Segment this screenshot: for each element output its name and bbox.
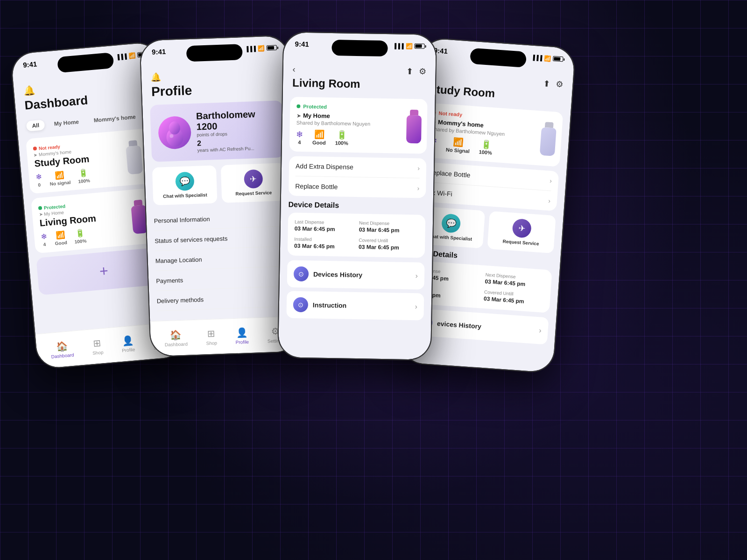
stat-signal-icon-study: 📶 [55,170,65,180]
service-icon: ✈ [244,169,263,189]
living-signal-val: Good [312,140,326,145]
battery-icon-2 [267,45,277,51]
stat-signal-val-living: Good [55,240,67,246]
back-button-3[interactable]: ‹ [293,64,296,74]
action-add-dispense-chevron: › [417,164,420,172]
study-service-btn[interactable]: ✈ Request Service [487,211,556,253]
study-detail-3: Covered Untill 03 Mar 6:45 pm [484,289,544,306]
tab-myhome[interactable]: My Home [48,116,85,130]
location-icon-study: ➤ [34,152,38,158]
living-status: Protected [296,104,421,112]
study-history-chevron: › [539,326,542,335]
detail-installed: Installed 03 Mar 6:45 pm [294,237,354,250]
nav-profile-label-1: Profile [122,347,135,353]
wifi-icon-3: 📶 [406,42,413,49]
chat-specialist-btn[interactable]: 💬 Chat with Specialist [152,165,218,205]
nav-profile-2[interactable]: 👤 Profile [235,327,249,345]
profile-menu: Personal Information › Status of service… [146,206,297,311]
status-text-living: Protected [44,203,66,210]
nav-profile-icon-1: 👤 [121,335,134,347]
profile-header: 🔔 Profile [141,64,290,105]
living-stat-ac: ❄ 4 [296,129,303,145]
profile-avatar [158,116,191,149]
nav-dashboard-2[interactable]: 🏠 Dashboard [164,329,188,348]
stat-signal-val-study: No signal [49,180,71,187]
living-battery-icon: 🔋 [335,130,349,140]
stat-battery-living: 🔋 100% [73,229,86,245]
tab-mommyhome[interactable]: Mommy's home [88,111,142,126]
action-wifi-chevron: › [548,197,551,204]
bottle-body-study [126,146,143,175]
nav-dashboard-icon-1: 🏠 [56,340,68,352]
location-icon-living: ➤ [39,211,43,217]
devices-history-btn[interactable]: ⊙ Devices History › [287,260,425,289]
nav-shop-icon-1: ⊞ [92,337,101,349]
stat-ac-val-living: 4 [43,242,46,247]
share-icon-3[interactable]: ⬆ [406,66,413,77]
action-replace-bottle-label: Replace Bottle [295,182,338,191]
study-info-card: Not ready ➤ Mommy's home Shared by Barth… [423,103,563,167]
living-title: Living Room [292,77,426,92]
stat-ac-living: ❄ 4 [41,232,48,247]
nav-shop-label-2: Shop [206,340,217,346]
detail-last-val: 03 Mar 6:45 pm [295,225,354,233]
phone-living-screen: 9:41 ▐▐▐ 📶 ‹ ⬆ ⚙ Living Room [278,32,436,360]
status-dot-study [33,147,37,151]
study-battery-icon: 🔋 [479,139,493,150]
settings-icon-4[interactable]: ⚙ [556,79,564,90]
nav-dashboard-label-2: Dashboard [165,342,188,348]
living-nav: ‹ ⬆ ⚙ [293,64,426,77]
stat-signal-study: 📶 No signal [49,170,71,187]
living-shared: Shared by Bartholomew Nguyen [296,120,421,128]
nav-shop-1[interactable]: ⊞ Shop [91,337,104,356]
profile-title: Profile [151,80,281,99]
status-text-study: Not ready [38,144,60,151]
settings-icon-3[interactable]: ⚙ [418,66,426,77]
living-scroll[interactable]: Protected ➤ My Home Shared by Bartholome… [278,92,435,359]
chat-icon: 💬 [175,172,194,191]
detail-covered: Covered Untill 03 Mar 6:45 pm [359,238,418,251]
living-bottle-cap [410,109,418,115]
profile-actions: 💬 Chat with Specialist ✈ Request Service [152,163,286,205]
wifi-icon-1: 📶 [128,52,136,59]
dynamic-island-1 [57,52,114,73]
detail-next-val: 03 Mar 6:45 pm [359,226,419,234]
menu-delivery[interactable]: Delivery methods › [156,287,289,311]
profile-hero: Bartholomew 1200 points of drops 2 years… [150,100,284,162]
nav-shop-label-1: Shop [92,350,104,356]
share-icon-4[interactable]: ⬆ [543,78,550,89]
living-battery-val: 100% [335,140,348,146]
header-actions-3: ⬆ ⚙ [406,66,426,77]
profile-content: 🔔 Profile [141,64,298,357]
nav-profile-1[interactable]: 👤 Profile [120,334,135,353]
living-status-dot [296,105,300,108]
action-replace-bottle[interactable]: Replace Bottle › [295,176,420,198]
nav-dashboard-1[interactable]: 🏠 Dashboard [50,340,74,359]
nav-bar-2: 🏠 Dashboard ⊞ Shop 👤 Profile ⚙ Settings [150,316,298,356]
instruction-icon: ⊙ [293,297,309,313]
request-service-btn[interactable]: ✈ Request Service [221,163,286,203]
stat-signal-living: 📶 Good [54,230,67,246]
study-bottle [540,121,557,156]
wifi-icon-2: 📶 [258,45,265,52]
study-status-text: Not ready [438,110,462,118]
room-card-study[interactable]: › Not ready ➤ Mommy's home Study Room ❄ … [26,127,162,194]
study-history-label: evices History [437,320,535,334]
study-stat-signal: 📶 No Signal [446,137,471,154]
nav-profile-label-2: Profile [236,339,249,345]
status-time-1: 9:41 [22,60,37,69]
chat-label: Chat with Specialist [163,192,207,199]
living-content: ‹ ⬆ ⚙ Living Room Protected ➤ [278,60,436,360]
bottle-study [125,140,143,175]
profile-info: Bartholomew 1200 points of drops 2 years… [196,109,257,153]
instruction-chevron: › [415,302,417,311]
action-add-dispense[interactable]: Add Extra Dispense › [296,156,420,179]
living-stat-signal: 📶 Good [312,129,326,145]
nav-shop-2[interactable]: ⊞ Shop [205,328,217,346]
menu-payments-label: Payments [156,276,183,284]
action-add-dispense-label: Add Extra Dispense [296,162,353,171]
tab-all[interactable]: All [26,119,45,131]
instruction-btn[interactable]: ⊙ Instruction › [286,291,424,320]
add-home-icon: + [99,262,109,280]
stat-ac-icon-study: ❄ [35,172,42,182]
